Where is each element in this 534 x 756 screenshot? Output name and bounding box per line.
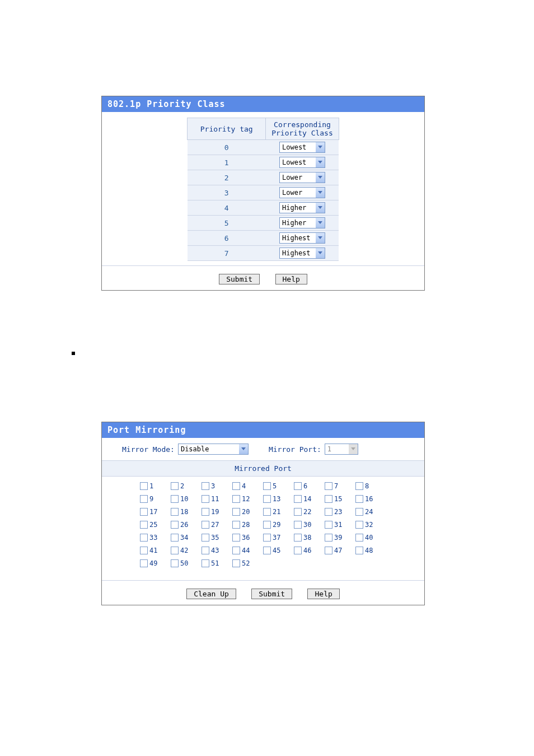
panel-title: Port Mirroring bbox=[102, 422, 424, 438]
port-checkbox[interactable] bbox=[202, 521, 209, 529]
port-cell: 12 bbox=[232, 495, 263, 503]
port-checkbox[interactable] bbox=[263, 547, 271, 554]
port-checkbox[interactable] bbox=[294, 521, 302, 529]
priority-class-select[interactable]: Higher bbox=[279, 202, 325, 213]
port-label: 1 bbox=[149, 482, 153, 490]
priority-class-select[interactable]: Higher bbox=[279, 217, 325, 228]
port-label: 24 bbox=[365, 508, 373, 516]
port-checkbox[interactable] bbox=[171, 482, 179, 490]
port-checkbox[interactable] bbox=[171, 547, 179, 554]
port-label: 45 bbox=[273, 547, 280, 554]
port-checkbox[interactable] bbox=[171, 559, 179, 567]
port-label: 20 bbox=[242, 508, 250, 516]
priority-class-cell: Lowest bbox=[266, 140, 339, 155]
port-checkbox[interactable] bbox=[325, 495, 332, 503]
port-checkbox[interactable] bbox=[263, 521, 271, 529]
port-checkbox[interactable] bbox=[171, 495, 179, 503]
port-checkbox[interactable] bbox=[140, 559, 148, 567]
priority-class-select[interactable]: Highest bbox=[279, 232, 325, 244]
port-checkbox[interactable] bbox=[202, 559, 209, 567]
port-label: 48 bbox=[365, 547, 373, 554]
port-checkbox[interactable] bbox=[232, 547, 240, 554]
port-checkbox[interactable] bbox=[294, 508, 302, 516]
port-checkbox[interactable] bbox=[294, 495, 302, 503]
port-checkbox[interactable] bbox=[294, 482, 302, 490]
port-checkbox[interactable] bbox=[263, 508, 271, 516]
port-checkbox[interactable] bbox=[355, 482, 363, 490]
port-checkbox[interactable] bbox=[355, 534, 363, 542]
cleanup-button[interactable]: Clean Up bbox=[186, 589, 236, 599]
port-checkbox[interactable] bbox=[140, 521, 148, 529]
help-button[interactable]: Help bbox=[307, 589, 339, 599]
port-checkbox[interactable] bbox=[140, 495, 148, 503]
help-button[interactable]: Help bbox=[275, 274, 307, 284]
port-checkbox[interactable] bbox=[294, 534, 302, 542]
port-checkbox[interactable] bbox=[202, 482, 209, 490]
mirror-port-select[interactable]: 1 bbox=[325, 444, 358, 455]
mirror-port-value: 1 bbox=[325, 445, 349, 453]
port-checkbox[interactable] bbox=[325, 521, 332, 529]
port-checkbox[interactable] bbox=[263, 495, 271, 503]
port-checkbox[interactable] bbox=[325, 482, 332, 490]
priority-class-select[interactable]: Lower bbox=[279, 187, 325, 198]
port-row: 910111213141516 bbox=[102, 495, 424, 503]
port-cell: 21 bbox=[263, 508, 294, 516]
port-checkbox[interactable] bbox=[202, 547, 209, 554]
port-checkbox[interactable] bbox=[171, 521, 179, 529]
priority-class-select[interactable]: Lower bbox=[279, 172, 325, 183]
port-checkbox[interactable] bbox=[232, 534, 240, 542]
mirror-mode-select[interactable]: Disable bbox=[178, 444, 249, 455]
submit-button[interactable]: Submit bbox=[251, 589, 292, 599]
port-checkbox[interactable] bbox=[355, 495, 363, 503]
port-checkbox[interactable] bbox=[355, 521, 363, 529]
panel-title: 802.1p Priority Class bbox=[102, 96, 424, 112]
port-label: 9 bbox=[149, 495, 153, 503]
priority-class-select[interactable]: Highest bbox=[279, 248, 325, 259]
port-checkbox[interactable] bbox=[263, 482, 271, 490]
port-cell: 38 bbox=[294, 534, 325, 542]
port-label: 50 bbox=[180, 559, 188, 567]
port-checkbox[interactable] bbox=[202, 495, 209, 503]
port-checkbox[interactable] bbox=[232, 508, 240, 516]
port-checkbox[interactable] bbox=[355, 508, 363, 516]
port-cell: 9 bbox=[140, 495, 171, 503]
priority-class-select[interactable]: Lowest bbox=[279, 157, 325, 168]
port-cell: 42 bbox=[171, 547, 202, 554]
priority-class-value: Lowest bbox=[280, 158, 316, 166]
table-row: 6Highest bbox=[188, 231, 339, 246]
port-checkbox[interactable] bbox=[325, 534, 332, 542]
port-row: 12345678 bbox=[102, 482, 424, 490]
port-checkbox[interactable] bbox=[171, 508, 179, 516]
port-label: 29 bbox=[273, 521, 280, 529]
port-checkbox[interactable] bbox=[325, 547, 332, 554]
port-label: 51 bbox=[211, 559, 219, 567]
port-checkbox[interactable] bbox=[171, 534, 179, 542]
port-cell: 16 bbox=[355, 495, 386, 503]
port-checkbox[interactable] bbox=[140, 547, 148, 554]
priority-tag-cell: 1 bbox=[188, 155, 266, 170]
port-checkbox[interactable] bbox=[232, 559, 240, 567]
port-checkbox[interactable] bbox=[355, 547, 363, 554]
port-label: 11 bbox=[211, 495, 219, 503]
port-cell: 47 bbox=[325, 547, 355, 554]
port-checkbox[interactable] bbox=[140, 508, 148, 516]
port-checkbox[interactable] bbox=[232, 495, 240, 503]
port-label: 32 bbox=[365, 521, 373, 529]
port-checkbox[interactable] bbox=[325, 508, 332, 516]
port-checkbox[interactable] bbox=[232, 521, 240, 529]
port-checkbox[interactable] bbox=[140, 534, 148, 542]
port-label: 38 bbox=[303, 534, 311, 542]
port-checkbox[interactable] bbox=[202, 534, 209, 542]
priority-class-select[interactable]: Lowest bbox=[279, 142, 325, 153]
port-label: 22 bbox=[303, 508, 311, 516]
port-cell: 11 bbox=[202, 495, 232, 503]
submit-button[interactable]: Submit bbox=[219, 274, 260, 284]
priority-class-cell: Higher bbox=[266, 200, 339, 216]
port-checkbox[interactable] bbox=[263, 534, 271, 542]
port-checkbox[interactable] bbox=[140, 482, 148, 490]
port-checkbox[interactable] bbox=[294, 547, 302, 554]
port-checkbox[interactable] bbox=[202, 508, 209, 516]
port-label: 4 bbox=[242, 482, 246, 490]
port-checkbox[interactable] bbox=[232, 482, 240, 490]
port-label: 47 bbox=[334, 547, 342, 554]
